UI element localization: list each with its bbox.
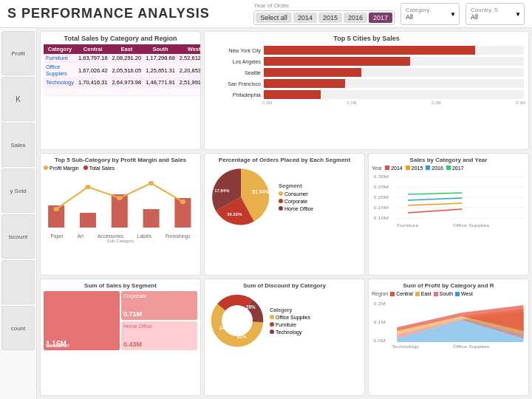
legend-profit-margin: Profit Margin <box>44 166 79 171</box>
homeoffice-cell: Home Office 0.43M <box>121 321 197 350</box>
sidebar-k-label: K <box>16 95 21 103</box>
svg-text:Office Supplies: Office Supplies <box>453 344 490 349</box>
corporate-cell: Corporate 0.71M <box>121 291 197 320</box>
segment-sales-title: Sum of Sales by Segment <box>44 282 197 289</box>
dropdown-arrow-icon: ▼ <box>450 10 456 17</box>
svg-point-5 <box>53 207 58 211</box>
year-btn-2017[interactable]: 2017 <box>369 13 392 23</box>
year-filter-label: Year of Order <box>253 2 289 9</box>
dashboard: Total Sales by Category and Region Categ… <box>37 28 532 399</box>
sales-table: Category Central East South West Furnitu… <box>44 44 201 96</box>
bar-fill <box>264 68 361 77</box>
subcategory-chart: Paper Art Accessories Labels Furnishings… <box>44 172 197 231</box>
svg-text:0.0M: 0.0M <box>373 338 386 343</box>
bar-label: San Francisco <box>209 81 261 86</box>
col-west: West <box>177 44 201 54</box>
bar-row: Los Angeles <box>209 57 524 66</box>
main-content: Profit K Sales y Sold iscount count Tota… <box>0 28 532 399</box>
svg-text:Office Supplies: Office Supplies <box>453 222 490 227</box>
svg-point-8 <box>149 181 154 185</box>
svg-point-9 <box>180 200 185 204</box>
table-row: Furniture 1,63,797.16 2,08,291.20 1,17,2… <box>44 54 201 63</box>
svg-text:0.25M: 0.25M <box>373 184 389 188</box>
line-legend: Year 2014 2015 2016 2017 <box>372 166 525 171</box>
svg-rect-1 <box>80 213 96 228</box>
bar-fill <box>264 57 410 66</box>
bar-track <box>264 57 524 66</box>
header-controls: Year of Order Select all 2014 2015 2016 … <box>253 2 525 25</box>
sidebar-count: count <box>1 306 35 350</box>
year-filter-group: Select all 2014 2015 2016 2017 <box>253 10 395 25</box>
consumer-cell: Consumer 1.16M <box>44 291 120 350</box>
year-btn-2014[interactable]: 2014 <box>293 13 317 23</box>
bar-label: Philadelphia <box>209 92 261 98</box>
bar-row: Philadelphia <box>209 90 524 99</box>
svg-text:0.30M: 0.30M <box>373 174 389 178</box>
svg-text:30.22%: 30.22% <box>227 212 242 216</box>
bar-track <box>264 79 524 88</box>
orders-segment-card: Percentage of Orders Placed by Each Segm… <box>204 153 365 276</box>
subcategory-card: Top 5 Sub-Category by Profit Margin and … <box>40 153 201 276</box>
table-card: Total Sales by Category and Region Categ… <box>40 31 201 150</box>
header: S PERFORMANCE ANALYSIS Year of Order Sel… <box>0 0 532 28</box>
table-row: Technology 1,70,416.31 2,64,973.98 1,48,… <box>44 78 201 87</box>
bar-row: Seattle <box>209 68 524 77</box>
year-btn-2016[interactable]: 2016 <box>344 13 367 23</box>
svg-text:61%: 61% <box>237 334 247 339</box>
svg-text:0.15M: 0.15M <box>373 205 389 209</box>
bar-fill <box>264 46 475 55</box>
discount-title: Sum of Discount by Category <box>208 282 361 289</box>
bar-label: Los Angeles <box>209 59 261 64</box>
svg-point-7 <box>117 196 122 200</box>
sidebar-sales: Sales <box>1 123 35 167</box>
svg-text:0.2M: 0.2M <box>373 301 386 306</box>
sidebar-discount: iscount <box>1 214 35 259</box>
table-title: Total Sales by Category and Region <box>44 35 197 42</box>
bar-track <box>264 90 524 99</box>
svg-text:0.10M: 0.10M <box>373 215 389 219</box>
sidebar-profit: Profit <box>1 31 35 75</box>
country-dropdown[interactable]: Country, S All ▼ <box>466 3 525 25</box>
col-central: Central <box>76 44 110 54</box>
bar-track <box>264 46 524 55</box>
top-cities-title: Top 5 Cities by Sales <box>208 35 525 42</box>
svg-point-6 <box>85 185 90 189</box>
sidebar-discount-label: iscount <box>9 233 27 240</box>
segment-sales-card: Sum of Sales by Segment Consumer 1.16M C… <box>40 279 201 396</box>
dropdown-arrow-country-icon: ▼ <box>515 10 521 17</box>
sidebar-ysold-label: y Sold <box>10 188 26 194</box>
svg-text:Technology: Technology <box>392 344 420 349</box>
col-category: Category <box>44 44 76 54</box>
donut-chart: 16% 24% 61% <box>208 291 267 350</box>
svg-text:51.94%: 51.94% <box>252 189 269 194</box>
col-east: East <box>110 44 144 54</box>
top-cities-card: Top 5 Cities by Sales New York City Los … <box>204 31 529 150</box>
sidebar-ysold: y Sold <box>1 168 35 213</box>
profit-legend: Region Central East South West <box>372 291 525 296</box>
col-south: South <box>143 44 177 54</box>
donut-legend: Category Office Supplies Furniture Techn… <box>270 307 310 335</box>
svg-text:24%: 24% <box>219 325 229 330</box>
bar-row: San Francisco <box>209 79 524 88</box>
sidebar-profit-label: Profit <box>11 50 25 57</box>
year-btn-2015[interactable]: 2015 <box>318 13 342 23</box>
orders-segment-title: Percentage of Orders Placed by Each Segm… <box>208 157 361 163</box>
svg-text:16%: 16% <box>246 304 256 310</box>
svg-text:17.84%: 17.84% <box>214 188 230 192</box>
svg-text:0.20M: 0.20M <box>373 194 389 199</box>
legend-total-sales: Total Sales <box>83 166 115 171</box>
pie-chart: 51.94% 30.22% 17.84% <box>208 166 274 228</box>
bar-label: Seattle <box>209 70 261 75</box>
pie-legend: Segment Consumer Corporate Home Office <box>279 183 313 211</box>
area-chart-svg: 0.2M 0.1M 0.0M Technology Office Supplie… <box>372 298 525 349</box>
year-btn-selectall[interactable]: Select all <box>256 13 292 23</box>
bar-row: New York City <box>209 46 524 55</box>
sidebar-k: K <box>1 77 35 121</box>
category-dropdown[interactable]: Category All ▼ <box>400 3 460 25</box>
bar-label: New York City <box>209 48 261 53</box>
line-chart-svg: 0.30M 0.25M 0.20M 0.15M 0.10M <box>372 172 525 228</box>
profit-category-card: Sum of Profit by Category and R Region C… <box>368 279 529 396</box>
sidebar-empty <box>1 260 35 304</box>
subcategory-title: Top 5 Sub-Category by Profit Margin and … <box>44 157 197 163</box>
homeoffice-value: 0.43M <box>123 341 195 348</box>
